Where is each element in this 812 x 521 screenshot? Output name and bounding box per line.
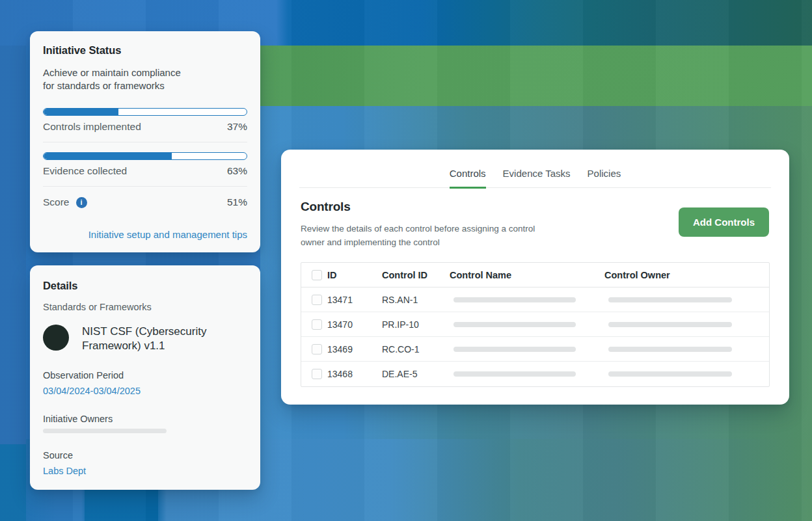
- row-id: 13468: [327, 369, 382, 379]
- row-id: 13471: [327, 295, 382, 305]
- initiative-tips-link[interactable]: Initiative setup and management tips: [88, 229, 247, 240]
- control-name-placeholder: [453, 297, 576, 302]
- framework-row: NIST CSF (Cybersecurity Framework) v1.1: [43, 325, 247, 353]
- controls-panel-body: Controls Review the details of each cont…: [281, 188, 789, 407]
- frameworks-label: Standards or Frameworks: [43, 302, 247, 312]
- observation-period-link[interactable]: 03/04/2024-03/04/2025: [43, 386, 141, 396]
- row-checkbox[interactable]: [312, 344, 322, 354]
- row-control-id: DE.AE-5: [382, 369, 450, 379]
- evidence-collected-progressbar: [43, 152, 247, 160]
- evidence-collected-progress-fill: [44, 153, 172, 159]
- row-control-id: RS.AN-1: [382, 295, 450, 305]
- initiative-owner-placeholder: [43, 429, 167, 433]
- control-owner-placeholder: [608, 347, 732, 352]
- controls-heading: Controls: [301, 200, 770, 214]
- score-row: Score i 51%: [43, 196, 247, 208]
- control-name-placeholder: [453, 371, 576, 377]
- control-owner-placeholder: [608, 322, 732, 327]
- column-header-control-id: Control ID: [382, 270, 450, 280]
- tab-controls[interactable]: Controls: [450, 168, 486, 189]
- source-label: Source: [43, 450, 247, 461]
- evidence-collected-row: Evidence collected 63%: [43, 165, 247, 177]
- tips-link-row: Initiative setup and management tips: [43, 229, 247, 241]
- framework-name: NIST CSF (Cybersecurity Framework) v1.1: [82, 325, 238, 353]
- controls-implemented-label: Controls implemented: [43, 121, 141, 133]
- row-checkbox[interactable]: [312, 319, 322, 330]
- control-owner-placeholder: [608, 297, 732, 302]
- table-row[interactable]: 13468 DE.AE-5: [301, 362, 769, 386]
- tabbar: Controls Evidence Tasks Policies: [299, 150, 771, 188]
- source-link[interactable]: Labs Dept: [43, 466, 86, 476]
- details-card: Details Standards or Frameworks NIST CSF…: [30, 265, 260, 490]
- control-owner-placeholder: [608, 371, 732, 377]
- row-checkbox[interactable]: [312, 295, 322, 305]
- controls-description: Review the details of each control befor…: [301, 222, 554, 249]
- row-id: 13469: [327, 344, 382, 354]
- controls-implemented-value: 37%: [227, 121, 247, 133]
- details-title: Details: [43, 280, 247, 292]
- initiative-status-description: Achieve or maintain compliance for stand…: [43, 66, 247, 92]
- divider: [43, 186, 247, 187]
- column-header-id: ID: [327, 270, 382, 280]
- controls-implemented-progressbar: [43, 108, 247, 116]
- evidence-collected-value: 63%: [227, 165, 247, 177]
- evidence-collected-label: Evidence collected: [43, 165, 127, 177]
- score-label: Score: [43, 196, 70, 208]
- table-row[interactable]: 13471 RS.AN-1: [301, 287, 769, 312]
- row-control-id: PR.IP-10: [382, 319, 450, 330]
- score-value: 51%: [227, 196, 247, 208]
- framework-logo-icon: [43, 325, 69, 351]
- column-header-control-owner: Control Owner: [604, 270, 769, 280]
- controls-table: ID Control ID Control Name Control Owner…: [301, 262, 770, 387]
- initiative-status-card: Initiative Status Achieve or maintain co…: [30, 31, 260, 252]
- table-header-row: ID Control ID Control Name Control Owner: [301, 263, 769, 287]
- info-icon[interactable]: i: [76, 197, 87, 208]
- row-control-id: RC.CO-1: [382, 344, 450, 354]
- tab-evidence-tasks[interactable]: Evidence Tasks: [503, 168, 571, 189]
- table-row[interactable]: 13469 RC.CO-1: [301, 337, 769, 362]
- controls-panel: Controls Evidence Tasks Policies Add Con…: [281, 150, 789, 405]
- column-header-control-name: Control Name: [450, 270, 604, 280]
- control-name-placeholder: [453, 322, 576, 327]
- select-all-checkbox[interactable]: [312, 270, 322, 280]
- initiative-status-title: Initiative Status: [43, 44, 247, 57]
- control-name-placeholder: [453, 347, 576, 352]
- table-row[interactable]: 13470 PR.IP-10: [301, 312, 769, 337]
- divider: [43, 142, 247, 142]
- controls-implemented-row: Controls implemented 37%: [43, 121, 247, 133]
- controls-implemented-progress-fill: [44, 109, 118, 115]
- row-checkbox[interactable]: [312, 369, 322, 379]
- observation-period-label: Observation Period: [43, 370, 247, 381]
- tab-policies[interactable]: Policies: [588, 168, 621, 189]
- initiative-owners-label: Initiative Owners: [43, 414, 247, 424]
- row-id: 13470: [327, 319, 382, 330]
